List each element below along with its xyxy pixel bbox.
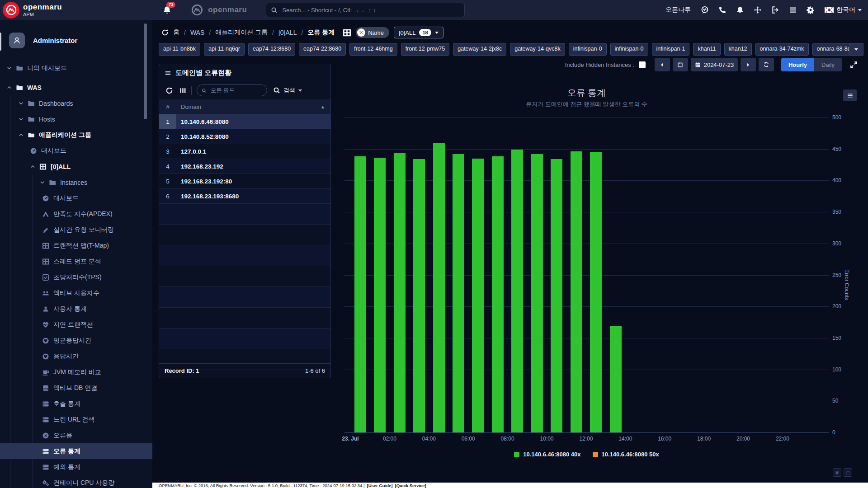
bell-icon[interactable] (736, 6, 744, 14)
sidebar-item-응답시간[interactable]: 응답시간 (0, 348, 152, 364)
bar-40x-h1[interactable] (374, 158, 386, 432)
table-row[interactable]: 3127.0.0.1 (159, 144, 330, 159)
signout-icon[interactable] (771, 6, 779, 14)
bar-40x-h12[interactable] (590, 152, 602, 432)
openmaru-logo-icon[interactable] (3, 2, 19, 19)
table-row[interactable]: 4192.168.23.192 (159, 159, 330, 174)
group-select-dropdown[interactable]: [0]ALL 18 (394, 27, 443, 38)
bar-40x-h11[interactable] (571, 151, 582, 432)
language-selector[interactable]: 한국어 (825, 6, 862, 14)
sidebar-item-나의-대시보드[interactable]: 나의 대시보드 (0, 60, 152, 76)
bar-40x-h8[interactable] (511, 150, 523, 432)
notifications-bell-icon[interactable]: 73 (162, 5, 172, 15)
bar-40x-h5[interactable] (453, 154, 464, 432)
bar-40x-h13[interactable] (610, 326, 622, 432)
remove-filter-icon[interactable]: ✕ (357, 28, 365, 37)
panel-menu-icon[interactable] (165, 70, 171, 76)
app-root: openmaru APM 73 openmaru 오픈나루 한국어 (0, 0, 868, 488)
breadcrumb-app-group[interactable]: 애플리케이션 그룹 (215, 28, 268, 37)
sidebar-item-WAS[interactable]: WAS (0, 80, 152, 95)
chart-capture-icon[interactable]: ▣ (833, 468, 841, 477)
sidebar-item-평균응답시간[interactable]: 평균응답시간 (0, 333, 152, 348)
sidebar-item-오류-통계[interactable]: 오류 통계 (0, 443, 152, 459)
arrows-icon[interactable] (754, 6, 762, 14)
breadcrumb-was[interactable]: WAS (190, 29, 204, 36)
sidebar-item-예외-통계[interactable]: 예외 통계 (0, 459, 152, 475)
table-row[interactable]: 210.140.8.52:8080 (159, 129, 330, 144)
bar-40x-h4[interactable] (433, 143, 445, 432)
legend-item[interactable]: 10.140.6.46:8080 40x (514, 451, 580, 458)
sidebar-item-Dashboards[interactable]: Dashboards (0, 95, 152, 111)
sidebar-item-Hosts[interactable]: Hosts (0, 111, 152, 127)
sidebar-item-초당처리수-TPS-[interactable]: 초당처리수(TPS) (0, 269, 152, 285)
sidebar-item-액티브-사용자수[interactable]: 액티브 사용자수 (0, 285, 152, 301)
filter-tag-name[interactable]: ✕ Name (356, 27, 389, 38)
row-index: 3 (159, 144, 176, 159)
instance-tag[interactable]: eap74-12:8680 (248, 43, 295, 56)
instance-tag[interactable]: api-11-bn8bk (159, 43, 200, 56)
phone-icon[interactable] (718, 6, 726, 14)
refresh-icon[interactable] (161, 29, 169, 36)
sort-asc-icon[interactable]: ▲ (321, 104, 330, 109)
breadcrumb-all[interactable]: [0]ALL (278, 29, 297, 36)
bar-40x-h2[interactable] (394, 153, 406, 432)
bar-40x-h0[interactable] (354, 156, 366, 432)
sidebar-item-트랜잭션-맵-T-Map-[interactable]: 트랜잭션 맵(T-Map) (0, 238, 152, 253)
menu-icon[interactable] (789, 6, 797, 14)
chart-legend: 10.140.6.46:8080 40x10.140.6.46:8080 50x (344, 451, 829, 458)
col-domain-header[interactable]: Domain (176, 103, 321, 110)
folder-icon (28, 131, 35, 139)
grid-view-icon[interactable] (343, 28, 351, 37)
bar-40x-h9[interactable] (531, 154, 543, 432)
sidebar-item-대시보드[interactable]: 대시보드 (0, 143, 152, 159)
columns-icon[interactable] (179, 87, 186, 94)
chevron-down-icon[interactable] (298, 89, 302, 92)
sidebar-item-Instances[interactable]: Instances (0, 174, 152, 190)
quick-service-link[interactable]: [Quick Service] (395, 483, 426, 488)
gauge-icon (30, 147, 38, 155)
sidebar-item-만족도-지수-APDEX-[interactable]: 만족도 지수(APDEX) (0, 206, 152, 222)
sidebar-item-사용자-통계[interactable]: 사용자 통계 (0, 301, 152, 317)
brand-wave-icon[interactable] (701, 6, 709, 14)
instance-tag[interactable]: api-11-nq6qr (204, 43, 245, 56)
field-search-input[interactable] (210, 87, 262, 94)
chart-window-icon[interactable]: ▢ (844, 468, 852, 477)
legend-item[interactable]: 10.140.6.46:8080 50x (593, 451, 659, 458)
breadcrumb-home[interactable]: 홈 (173, 28, 179, 37)
sidebar-item-액티브-DB-연결[interactable]: 액티브 DB 연결 (0, 380, 152, 396)
bar-40x-h10[interactable] (551, 159, 562, 432)
profile-block[interactable]: Administrator (9, 33, 77, 48)
table-row[interactable]: 6192.168.23.193:8680 (159, 189, 330, 204)
sidebar-item-느린-URL-검색[interactable]: 느린 URL 검색 (0, 412, 152, 427)
database-icon (42, 385, 50, 392)
sidebar-item-실시간-요청-모니터링[interactable]: 실시간 요청 모니터링 (0, 222, 152, 238)
sidebar-item-컨테이너-CPU-사용량[interactable]: 컨테이너 CPU 사용량 (0, 475, 152, 488)
sidebar-item-JVM-메모리-비교[interactable]: JVM 메모리 비교 (0, 364, 152, 380)
sidebar-item-호출-통계[interactable]: 호출 통계 (0, 396, 152, 412)
bar-40x-h7[interactable] (492, 156, 504, 432)
sidebar-item-스레드-덤프-분석[interactable]: 스레드 덤프 분석 (0, 253, 152, 269)
search-icon[interactable] (273, 87, 280, 94)
panel-toolbar: 검색 (165, 84, 326, 97)
col-index-header[interactable]: # (159, 103, 176, 110)
bar-40x-h3[interactable] (413, 159, 425, 432)
left-edge-scrollbar[interactable] (0, 33, 1, 51)
sidebar-item-대시보드[interactable]: 대시보드 (0, 190, 152, 206)
table-row[interactable]: 110.140.6.46:8080 (159, 114, 330, 129)
sidebar-item-지연-트랜잭션[interactable]: 지연 트랜잭션 (0, 317, 152, 333)
global-search-input[interactable] (281, 6, 460, 14)
refresh-icon[interactable] (165, 87, 173, 94)
chevron-down-icon (854, 48, 858, 51)
sidebar-scrollbar[interactable] (144, 23, 147, 119)
sidebar-item-오류율[interactable]: 오류율 (0, 427, 152, 443)
search-label[interactable]: 검색 (283, 86, 295, 94)
bar-40x-h6[interactable] (472, 159, 484, 432)
y-axis-tick: 50 (832, 398, 838, 404)
sidebar-item--0-ALL[interactable]: [0]ALL (0, 159, 152, 174)
sidebar-item-애플리케이션-그룹[interactable]: 애플리케이션 그룹 (0, 127, 152, 143)
gear-icon[interactable] (807, 6, 815, 14)
app-logo-text[interactable]: openmaru APM (23, 3, 62, 17)
gauge-icon (42, 195, 50, 202)
table-row[interactable]: 5192.168.23.192:80 (159, 174, 330, 189)
user-guide-link[interactable]: [User Guide] (367, 483, 393, 488)
